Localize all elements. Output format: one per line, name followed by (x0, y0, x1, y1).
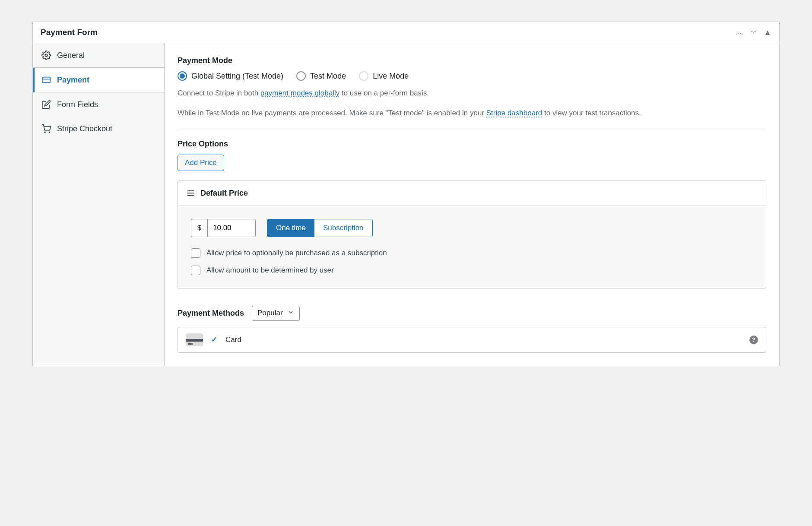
price-amount-input-group: $ (191, 219, 256, 237)
price-panel-title: Default Price (200, 189, 248, 198)
payment-method-label: Card (225, 336, 241, 344)
price-type-toggle: One time Subscription (267, 219, 373, 237)
payment-modes-globally-link[interactable]: payment modes globally (260, 89, 339, 97)
content-panel: Payment Mode Global Setting (Test Mode) … (165, 43, 779, 366)
payment-mode-help-2: While in Test Mode no live payments are … (178, 108, 766, 119)
sidebar-item-payment[interactable]: Payment (33, 68, 164, 92)
chevron-down-icon (287, 309, 294, 318)
checkbox-user-amount[interactable]: Allow amount to be determined by user (191, 266, 753, 275)
svg-point-4 (49, 132, 50, 133)
payment-method-card[interactable]: ✓ Card ? (178, 327, 766, 352)
checkbox-optional-subscription[interactable]: Allow price to optionally be purchased a… (191, 248, 753, 258)
radio-label: Test Mode (310, 72, 346, 81)
currency-symbol: $ (191, 219, 208, 237)
default-price-panel: Default Price $ One time Subscription (178, 181, 766, 288)
stripe-dashboard-link[interactable]: Stripe dashboard (486, 109, 542, 117)
price-panel-header[interactable]: Default Price (178, 181, 766, 206)
radio-icon (178, 71, 187, 81)
metabox-header: Payment Form ︿ ﹀ ▲ (33, 22, 779, 43)
checkbox-icon (191, 266, 200, 275)
price-options-heading: Price Options (178, 139, 766, 149)
sidebar-item-form-fields[interactable]: Form Fields (33, 92, 164, 117)
sidebar: General Payment Form Fields Stripe Check… (33, 43, 165, 366)
payment-mode-radio-group: Global Setting (Test Mode) Test Mode Liv… (178, 71, 766, 81)
payment-methods-header: Payment Methods Popular (178, 306, 766, 321)
sidebar-item-label: Stripe Checkout (57, 124, 112, 133)
payment-methods-filter-select[interactable]: Popular (252, 306, 300, 321)
sidebar-item-stripe-checkout[interactable]: Stripe Checkout (33, 117, 164, 141)
checkbox-label: Allow price to optionally be purchased a… (206, 249, 387, 257)
radio-live-mode[interactable]: Live Mode (359, 71, 409, 81)
checkbox-label: Allow amount to be determined by user (206, 266, 334, 275)
radio-label: Live Mode (373, 72, 409, 81)
radio-icon (359, 71, 368, 81)
metabox-title: Payment Form (41, 28, 98, 37)
triangle-up-icon[interactable]: ▲ (764, 28, 771, 37)
credit-card-icon (41, 75, 51, 85)
radio-icon (296, 71, 306, 81)
payment-mode-help-1: Connect to Stripe in both payment modes … (178, 88, 766, 99)
price-amount-input[interactable] (208, 219, 255, 237)
payment-methods-heading: Payment Methods (178, 309, 244, 318)
metabox-controls: ︿ ﹀ ▲ (736, 27, 771, 38)
payment-form-metabox: Payment Form ︿ ﹀ ▲ General Payment (32, 22, 780, 366)
sidebar-item-general[interactable]: General (33, 43, 164, 68)
radio-label: Global Setting (Test Mode) (191, 72, 283, 81)
edit-icon (41, 100, 51, 109)
drag-handle-icon[interactable] (187, 190, 194, 196)
card-brand-icon (186, 333, 203, 346)
select-value: Popular (257, 309, 283, 317)
price-amount-row: $ One time Subscription (191, 219, 753, 237)
svg-point-0 (45, 54, 48, 57)
help-icon[interactable]: ? (749, 336, 758, 344)
svg-rect-1 (42, 77, 50, 83)
toggle-subscription[interactable]: Subscription (314, 219, 372, 237)
radio-test-mode[interactable]: Test Mode (296, 71, 346, 81)
chevron-down-icon[interactable]: ﹀ (750, 27, 758, 38)
radio-global-setting[interactable]: Global Setting (Test Mode) (178, 71, 283, 81)
toggle-one-time[interactable]: One time (267, 219, 314, 237)
sidebar-item-label: General (57, 51, 85, 60)
payment-mode-heading: Payment Mode (178, 56, 766, 65)
divider (178, 128, 766, 128)
cart-icon (41, 124, 51, 133)
payment-methods-list: ✓ Card ? (178, 327, 766, 353)
price-panel-body: $ One time Subscription Allow price to o… (178, 206, 766, 288)
sidebar-item-label: Payment (57, 76, 89, 85)
svg-point-3 (44, 132, 45, 133)
check-icon: ✓ (210, 336, 219, 344)
gear-icon (41, 51, 51, 60)
checkbox-icon (191, 248, 200, 258)
chevron-up-icon[interactable]: ︿ (736, 27, 744, 38)
metabox-body: General Payment Form Fields Stripe Check… (33, 43, 779, 366)
sidebar-item-label: Form Fields (57, 100, 98, 109)
add-price-button[interactable]: Add Price (178, 155, 224, 171)
